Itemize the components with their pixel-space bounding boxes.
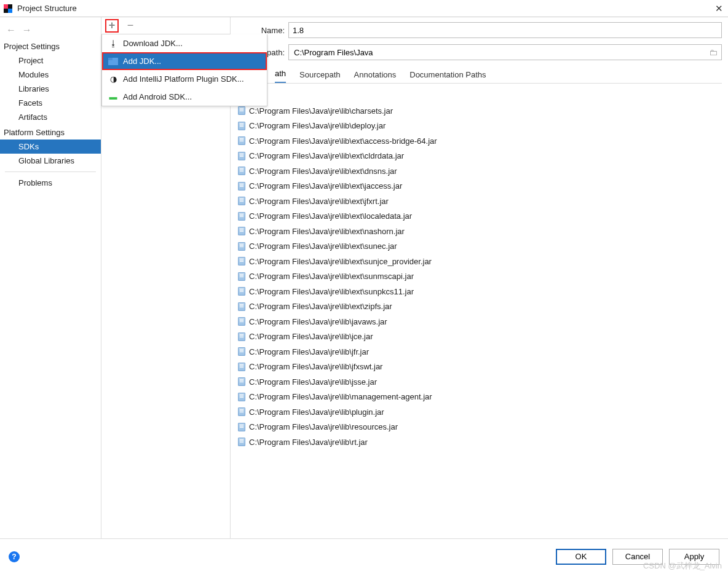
list-item[interactable]: C:\Program Files\Java\jre\lib\jsse.jar: [238, 374, 722, 390]
jar-file-icon: [238, 377, 245, 386]
browse-folder-icon[interactable]: 🗀: [705, 47, 721, 57]
jar-file-icon: [238, 393, 245, 401]
sdk-list-panel: + − ⭳ Download JDK... Add JDK... ◑ Add I…: [101, 17, 231, 538]
sidebar-item-artifacts[interactable]: Artifacts: [0, 110, 101, 124]
list-item[interactable]: C:\Program Files\Java\jre\lib\ext\nashor…: [238, 224, 722, 239]
dropdown-item-download-jdk[interactable]: ⭳ Download JDK...: [102, 34, 267, 52]
sidebar-item-sdks[interactable]: SDKs: [0, 140, 101, 154]
list-item[interactable]: C:\Program Files\Java\jre\lib\javaws.jar: [238, 314, 722, 329]
sidebar-item-facets[interactable]: Facets: [0, 96, 101, 110]
jar-file-icon: [238, 347, 245, 356]
add-sdk-dropdown: ⭳ Download JDK... Add JDK... ◑ Add Intel…: [101, 34, 267, 106]
jar-file-icon: [238, 152, 245, 160]
tab-classpath[interactable]: ath: [275, 69, 286, 83]
jar-file-icon: [238, 136, 245, 145]
dropdown-item-label: Add IntelliJ Platform Plugin SDK...: [123, 74, 244, 84]
jar-path: C:\Program Files\Java\jre\lib\plugin.jar: [249, 407, 384, 417]
jar-file-icon: [238, 302, 245, 311]
jar-path: C:\Program Files\Java\jre\lib\ext\zipfs.…: [249, 302, 392, 311]
tab-documentation-paths[interactable]: Documentation Paths: [410, 70, 486, 83]
list-item[interactable]: C:\Program Files\Java\jre\lib\jfxswt.jar: [238, 360, 722, 375]
main-panel: Name: e path: 🗀 ath Sourcepath Annotatio…: [231, 17, 728, 538]
list-item[interactable]: C:\Program Files\Java\jre\lib\rt.jar: [238, 434, 722, 450]
dropdown-item-add-android-sdk[interactable]: ▬ Add Android SDK...: [102, 88, 267, 106]
dropdown-item-label: Add Android SDK...: [123, 92, 192, 101]
list-item[interactable]: C:\Program Files\Java\jre\lib\ext\jacces…: [238, 179, 722, 194]
list-item[interactable]: C:\Program Files\Java\jre\lib\charsets.j…: [238, 103, 722, 119]
jar-file-icon: [238, 106, 245, 115]
jar-path: C:\Program Files\Java\jre\lib\ext\jfxrt.…: [249, 197, 389, 206]
list-item[interactable]: C:\Program Files\Java\jre\lib\ext\locale…: [238, 209, 722, 224]
list-item[interactable]: C:\Program Files\Java\jre\lib\ext\cldrda…: [238, 149, 722, 164]
dropdown-item-add-intellij-sdk[interactable]: ◑ Add IntelliJ Platform Plugin SDK...: [102, 70, 267, 88]
jar-file-icon: [238, 257, 245, 265]
sidebar-item-problems[interactable]: Problems: [0, 176, 101, 190]
dropdown-item-label: Download JDK...: [123, 39, 183, 48]
list-item[interactable]: C:\Program Files\Java\jre\lib\resources.…: [238, 420, 722, 435]
jar-file-icon: [238, 438, 245, 446]
sidebar-item-modules[interactable]: Modules: [0, 68, 101, 82]
jar-path: C:\Program Files\Java\jre\lib\jsse.jar: [249, 377, 377, 387]
jar-path: C:\Program Files\Java\jre\lib\ext\nashor…: [249, 227, 405, 236]
jar-file-icon: [238, 197, 245, 205]
cancel-button[interactable]: Cancel: [612, 549, 663, 565]
tab-sourcepath[interactable]: Sourcepath: [299, 70, 341, 83]
sidebar-item-libraries[interactable]: Libraries: [0, 82, 101, 96]
jar-file-icon: [238, 332, 245, 341]
jar-path: C:\Program Files\Java\jre\lib\javaws.jar: [249, 317, 387, 326]
window-title: Project Structure: [17, 4, 77, 13]
nav-back-icon[interactable]: ←: [6, 25, 16, 35]
list-item[interactable]: C:\Program Files\Java\jre\lib\deploy.jar: [238, 119, 722, 134]
jar-file-icon: [238, 212, 245, 221]
list-item[interactable]: C:\Program Files\Java\jre\lib\ext\sunjce…: [238, 254, 722, 269]
list-item[interactable]: C:\Program Files\Java\jre\lib\ext\sunpkc…: [238, 284, 722, 299]
jar-file-icon: [238, 407, 245, 416]
list-item[interactable]: C:\Program Files\Java\jre\lib\ext\sunec.…: [238, 239, 722, 254]
folder-icon: [108, 57, 118, 66]
app-logo-icon: [2, 3, 14, 14]
jar-path: C:\Program Files\Java\jre\lib\charsets.j…: [249, 106, 393, 116]
list-item[interactable]: C:\Program Files\Java\jre\lib\ext\access…: [238, 133, 722, 149]
jar-file-icon: [238, 227, 245, 235]
dropdown-item-add-jdk[interactable]: Add JDK...: [102, 52, 267, 70]
svg-rect-1: [4, 4, 8, 9]
jar-path: C:\Program Files\Java\jre\lib\ext\sunec.…: [249, 242, 397, 251]
jar-file-icon: [238, 122, 245, 130]
sdk-name-input[interactable]: [288, 22, 722, 38]
nav-forward-icon[interactable]: →: [22, 25, 32, 35]
list-item[interactable]: C:\Program Files\Java\jre\lib\ext\sunmsc…: [238, 269, 722, 285]
list-item[interactable]: C:\Program Files\Java\jre\lib\plugin.jar: [238, 404, 722, 420]
close-icon[interactable]: ✕: [710, 3, 728, 14]
jar-path: C:\Program Files\Java\jre\lib\management…: [249, 392, 432, 401]
jar-file-icon: [238, 167, 245, 175]
jar-path: C:\Program Files\Java\jre\lib\ext\jacces…: [249, 181, 402, 191]
sdk-toolbar: + −: [101, 17, 230, 34]
list-item[interactable]: C:\Program Files\Java\jre\lib\jfr.jar: [238, 344, 722, 360]
jar-path: C:\Program Files\Java\jre\lib\deploy.jar: [249, 121, 386, 130]
jar-path: C:\Program Files\Java\jre\lib\ext\access…: [249, 136, 437, 146]
home-path-input[interactable]: [293, 47, 705, 58]
jar-path: C:\Program Files\Java\jre\lib\ext\sunmsc…: [249, 272, 414, 281]
svg-rect-4: [108, 58, 113, 60]
jar-path: C:\Program Files\Java\jre\lib\ext\sunjce…: [249, 257, 432, 266]
list-item[interactable]: C:\Program Files\Java\jre\lib\ext\zipfs.…: [238, 299, 722, 315]
classpath-list[interactable]: C:\Program Files\Java\jre\lib\charsets.j…: [238, 103, 722, 546]
apply-button[interactable]: Apply: [669, 549, 719, 565]
list-item[interactable]: C:\Program Files\Java\jre\lib\ext\jfxrt.…: [238, 194, 722, 209]
list-item[interactable]: C:\Program Files\Java\jre\lib\jce.jar: [238, 329, 722, 345]
sidebar-item-project[interactable]: Project: [0, 53, 101, 68]
jar-path: C:\Program Files\Java\jre\lib\ext\sunpkc…: [249, 287, 414, 296]
add-sdk-button[interactable]: +: [105, 19, 119, 33]
jar-file-icon: [238, 182, 245, 191]
ok-button[interactable]: OK: [556, 549, 606, 565]
sidebar-item-global-libraries[interactable]: Global Libraries: [0, 154, 101, 168]
tab-annotations[interactable]: Annotations: [354, 70, 397, 83]
remove-sdk-button[interactable]: −: [124, 19, 137, 33]
list-item[interactable]: C:\Program Files\Java\jre\lib\ext\dnsns.…: [238, 163, 722, 179]
titlebar: Project Structure ✕: [0, 0, 728, 17]
jar-file-icon: [238, 363, 245, 371]
help-icon[interactable]: ?: [9, 551, 20, 562]
list-item[interactable]: C:\Program Files\Java\jre\lib\management…: [238, 390, 722, 405]
sdk-tabs: ath Sourcepath Annotations Documentation…: [237, 66, 722, 84]
dropdown-item-label: Add JDK...: [123, 57, 161, 66]
